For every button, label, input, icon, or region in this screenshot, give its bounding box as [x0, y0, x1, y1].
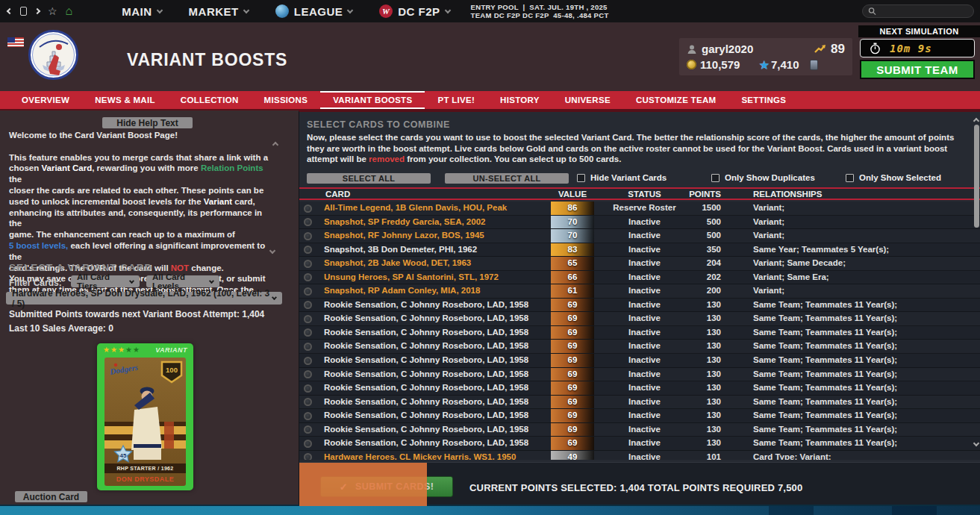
- unselect-all-button[interactable]: UN-SELECT ALL: [445, 173, 569, 184]
- tab-overview[interactable]: OVERVIEW: [9, 91, 82, 109]
- text-segment: Relation Points: [201, 163, 263, 172]
- row-select-radio[interactable]: [304, 343, 312, 351]
- scrollbar-thumb[interactable]: [974, 125, 979, 228]
- card-value-badge: 69: [551, 423, 594, 437]
- checkbox-label: Only Show Duplicates: [725, 173, 815, 182]
- table-row[interactable]: Rookie Sensation, C Johnny Roseboro, LAD…: [299, 368, 980, 382]
- nav-item-league[interactable]: LEAGUE: [275, 4, 353, 18]
- star-filled-icon: ★: [103, 346, 110, 354]
- variant-card-select-dropdown[interactable]: Hardware Heroes, SP Don Drysdale, LAD, 1…: [6, 292, 282, 305]
- card-relationships: Same Team; Teammates 11 Year(s);: [753, 368, 897, 381]
- row-select-radio[interactable]: [304, 370, 312, 378]
- app-window: ☆ ⌂ MAINMARKETLEAGUEWDC F2P ENTRY POOL |…: [0, 0, 980, 515]
- card-points: 200: [676, 284, 721, 298]
- nav-item-main[interactable]: MAIN: [122, 5, 161, 18]
- card-name: Rookie Sensation, C Johnny Roseboro, LAD…: [324, 423, 548, 437]
- card-relationships: Card Type; Variant;: [753, 451, 831, 460]
- table-row[interactable]: Rookie Sensation, C Johnny Roseboro, LAD…: [299, 423, 980, 437]
- nav-item-dc-f2p[interactable]: WDC F2P: [379, 4, 449, 18]
- row-select-radio[interactable]: [304, 384, 312, 393]
- row-select-radio[interactable]: [304, 398, 312, 406]
- row-select-radio[interactable]: [304, 260, 312, 268]
- tab-history[interactable]: HISTORY: [487, 91, 552, 109]
- card-points: 130: [676, 409, 721, 422]
- row-select-radio[interactable]: [304, 205, 312, 213]
- card-status: Inactive: [605, 271, 684, 284]
- table-row[interactable]: Hardware Heroes, CL Mickey Harris, WS1, …: [299, 451, 980, 460]
- tab-universe[interactable]: UNIVERSE: [552, 91, 623, 109]
- checkbox-icon[interactable]: [711, 174, 720, 182]
- table-row[interactable]: Snapshot, 3B Don Demeter, PHI, 196283Ina…: [299, 243, 980, 258]
- table-row[interactable]: All-Time Legend, 1B Glenn Davis, HOU, Pe…: [299, 202, 980, 216]
- tab-variant-boosts[interactable]: VARIANT BOOSTS: [320, 91, 425, 109]
- table-row[interactable]: Rookie Sensation, C Johnny Roseboro, LAD…: [299, 354, 980, 368]
- table-row[interactable]: Unsung Heroes, SP Al Santorini, STL, 197…: [299, 271, 980, 285]
- card-relationships: Same Team; Teammates 11 Year(s);: [753, 409, 897, 422]
- search-box[interactable]: [862, 4, 974, 18]
- card-status: Inactive: [605, 326, 684, 340]
- row-select-radio[interactable]: [304, 315, 312, 323]
- back-icon[interactable]: [7, 8, 13, 14]
- table-row[interactable]: Rookie Sensation, C Johnny Roseboro, LAD…: [299, 396, 980, 410]
- tab-missions[interactable]: MISSIONS: [252, 91, 321, 109]
- hide-help-button[interactable]: Hide Help Text: [102, 117, 193, 128]
- table-row[interactable]: Snapshot, 2B Jake Wood, DET, 196365Inact…: [299, 257, 980, 271]
- card-relationships: Same Team; Teammates 11 Year(s);: [753, 437, 897, 450]
- tab-news-mail[interactable]: NEWS & MAIL: [82, 91, 168, 109]
- row-select-radio[interactable]: [304, 328, 312, 337]
- page-icon[interactable]: [20, 7, 27, 16]
- row-select-radio[interactable]: [304, 425, 312, 434]
- row-select-radio[interactable]: [304, 440, 312, 448]
- row-select-radio[interactable]: [304, 246, 312, 254]
- table-row[interactable]: Snapshot, SP Freddy Garcia, SEA, 200270I…: [299, 216, 980, 230]
- select-all-button[interactable]: SELECT ALL: [307, 173, 431, 184]
- row-select-radio[interactable]: [304, 301, 312, 309]
- forward-icon[interactable]: [34, 8, 40, 14]
- table-row[interactable]: Rookie Sensation, C Johnny Roseboro, LAD…: [299, 312, 980, 326]
- table-row[interactable]: Snapshot, RF Johnny Lazor, BOS, 194570In…: [299, 229, 980, 243]
- row-select-radio[interactable]: [304, 357, 312, 365]
- table-row[interactable]: Rookie Sensation, C Johnny Roseboro, LAD…: [299, 340, 980, 354]
- nav-label: MARKET: [189, 5, 239, 18]
- card-value-badge: 70: [551, 216, 594, 229]
- nav-label: MAIN: [122, 5, 152, 18]
- favorite-star-icon[interactable]: ☆: [48, 6, 57, 16]
- checkbox-icon[interactable]: [577, 174, 585, 182]
- help-scroll-up-icon[interactable]: [272, 142, 278, 148]
- text-segment: chosen: [9, 163, 41, 172]
- row-select-radio[interactable]: [304, 273, 312, 281]
- tab-collection[interactable]: COLLECTION: [168, 91, 252, 109]
- tab-pt-live-[interactable]: PT LIVE!: [425, 91, 487, 109]
- table-row[interactable]: Rookie Sensation, C Johnny Roseboro, LAD…: [299, 326, 980, 340]
- text-segment: closer the cards are related to each oth…: [9, 186, 263, 195]
- help-line: Welcome to the Card Variant Boost Page!: [9, 130, 272, 141]
- card-level-filter-dropdown[interactable]: All Card Levels: [146, 275, 219, 287]
- home-icon[interactable]: ⌂: [66, 5, 73, 17]
- scroll-up-icon[interactable]: [973, 118, 979, 124]
- row-select-radio[interactable]: [304, 453, 312, 460]
- table-row[interactable]: Rookie Sensation, C Johnny Roseboro, LAD…: [299, 299, 980, 313]
- row-select-radio[interactable]: [304, 232, 312, 240]
- table-row[interactable]: Rookie Sensation, C Johnny Roseboro, LAD…: [299, 409, 980, 423]
- auction-card-button[interactable]: Auction Card: [15, 491, 87, 502]
- table-row[interactable]: Snapshot, RP Adam Conley, MIA, 201861Ina…: [299, 284, 980, 299]
- card-tier-filter-dropdown[interactable]: All Card Tiers: [71, 275, 140, 287]
- tab-settings[interactable]: SETTINGS: [728, 91, 799, 109]
- card-name: Snapshot, 3B Don Demeter, PHI, 1962: [324, 243, 548, 257]
- row-select-radio[interactable]: [304, 218, 312, 226]
- row-select-radio[interactable]: [304, 287, 312, 296]
- submit-team-button[interactable]: SUBMIT TEAM: [860, 60, 975, 79]
- tab-customize-team[interactable]: CUSTOMIZE TEAM: [623, 91, 729, 109]
- column-value: VALUE: [551, 190, 594, 199]
- row-select-radio[interactable]: [304, 412, 312, 420]
- main-tab-bar: OVERVIEWNEWS & MAILCOLLECTIONMISSIONSVAR…: [0, 91, 980, 110]
- table-row[interactable]: Rookie Sensation, C Johnny Roseboro, LAD…: [299, 437, 980, 451]
- search-input[interactable]: [876, 7, 968, 16]
- checkbox-icon[interactable]: [846, 174, 854, 182]
- nav-item-market[interactable]: MARKET: [189, 5, 249, 18]
- table-row[interactable]: Rookie Sensation, C Johnny Roseboro, LAD…: [299, 381, 980, 396]
- card-name: Rookie Sensation, C Johnny Roseboro, LAD…: [324, 340, 548, 353]
- user-panel: garyl2020 89 110,579 ★ 7,410: [679, 38, 852, 75]
- help-line: 5 boost levels, each level offering a si…: [9, 240, 272, 263]
- page-header: VARIANT BOOSTS garyl2020 89 110,579: [0, 22, 980, 91]
